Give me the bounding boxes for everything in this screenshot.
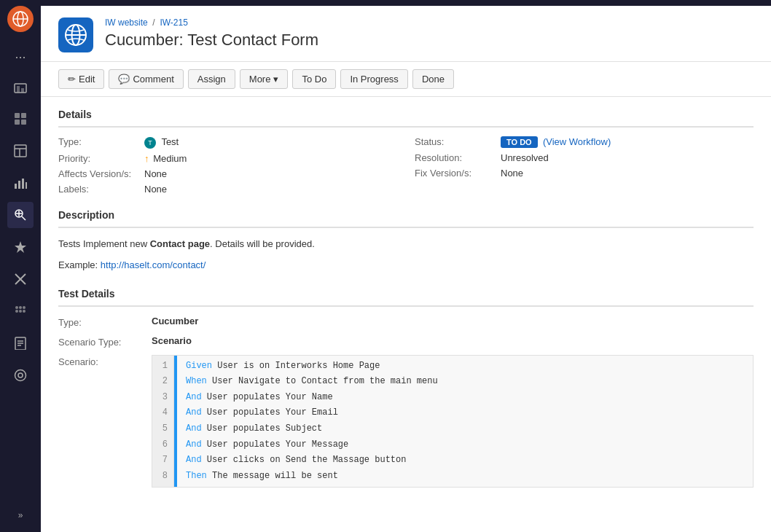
details-section-title: Details bbox=[58, 109, 754, 128]
more-chevron-icon: ▾ bbox=[273, 74, 278, 85]
description-bold: Contact page bbox=[150, 238, 210, 249]
test-scenario-type-row: Scenario Type: Scenario bbox=[58, 335, 754, 348]
detail-affects-row: Affects Version/s: None bbox=[58, 168, 397, 179]
code-rest-span: User populates Your Message bbox=[202, 439, 349, 450]
view-workflow-link[interactable]: (View Workflow) bbox=[543, 136, 611, 147]
breadcrumb-sep: / bbox=[152, 17, 154, 28]
code-rest-span: User populates Your Email bbox=[202, 407, 338, 418]
detail-status-row: Status: TO DO (View Workflow) bbox=[415, 136, 754, 148]
priority-label: Priority: bbox=[58, 153, 138, 164]
sidebar-item-reports[interactable] bbox=[7, 170, 34, 196]
resolution-label: Resolution: bbox=[415, 152, 495, 163]
keyword-span: And bbox=[186, 455, 202, 465]
app-logo[interactable] bbox=[7, 6, 34, 32]
description-section-title: Description bbox=[58, 209, 754, 228]
resolution-value: Unresolved bbox=[501, 152, 549, 163]
line-number: 2 bbox=[158, 374, 168, 390]
sidebar-item-docs[interactable] bbox=[7, 330, 34, 356]
keyword-span: Given bbox=[186, 361, 212, 371]
line-number: 7 bbox=[158, 453, 168, 469]
detail-resolution-row: Resolution: Unresolved bbox=[415, 152, 754, 163]
sidebar-item-settings[interactable] bbox=[7, 362, 34, 388]
code-line: And User clicks on Send the Massage butt… bbox=[186, 453, 744, 469]
sidebar-item-layout[interactable] bbox=[7, 138, 34, 164]
svg-rect-14 bbox=[18, 181, 20, 189]
line-number: 8 bbox=[158, 469, 168, 485]
sidebar-item-board[interactable] bbox=[7, 106, 34, 132]
svg-rect-3 bbox=[15, 84, 26, 93]
sidebar: ··· » bbox=[0, 0, 41, 532]
breadcrumb-issue-link[interactable]: IW-215 bbox=[160, 17, 187, 28]
description-section: Description Tests Implement new Contact … bbox=[58, 209, 754, 273]
done-button[interactable]: Done bbox=[412, 69, 454, 89]
test-scenario-type-label: Scenario Type: bbox=[58, 335, 146, 348]
svg-point-27 bbox=[15, 310, 18, 313]
main-content: IW website / IW-215 Cucumber: Test Conta… bbox=[41, 0, 771, 532]
svg-rect-13 bbox=[15, 184, 17, 189]
sidebar-dots: ··· bbox=[15, 50, 26, 65]
code-line: And User populates Your Message bbox=[186, 437, 744, 453]
code-line: Given User is on Interworks Home Page bbox=[186, 359, 744, 375]
page-title: Cucumber: Test Contact Form bbox=[105, 31, 754, 50]
svg-rect-8 bbox=[15, 120, 20, 125]
code-rest-span: The message will be sent bbox=[207, 471, 338, 481]
comment-icon: 💬 bbox=[118, 74, 130, 85]
code-rest-span: User Navigate to Contact from the main m… bbox=[207, 376, 438, 386]
keyword-span: And bbox=[186, 439, 202, 450]
assign-button[interactable]: Assign bbox=[188, 69, 235, 89]
sidebar-item-star[interactable] bbox=[7, 234, 34, 260]
fix-label: Fix Version/s: bbox=[415, 168, 495, 179]
edit-icon: ✏ bbox=[68, 74, 76, 85]
code-line: And User populates Your Name bbox=[186, 390, 744, 406]
code-rest-span: User populates Your Name bbox=[202, 392, 333, 402]
svg-point-28 bbox=[19, 310, 22, 313]
test-scenario-label: Scenario: bbox=[58, 355, 146, 367]
comment-button[interactable]: 💬 Comment bbox=[109, 69, 183, 89]
svg-rect-9 bbox=[21, 120, 26, 125]
priority-icon: ↑ bbox=[144, 153, 149, 164]
scenario-code: 12345678 Given User is on Interworks Hom… bbox=[152, 355, 754, 488]
test-type-value: Cucumber bbox=[152, 316, 198, 326]
example-link[interactable]: http://haselt.com/contact/ bbox=[101, 259, 206, 270]
more-button[interactable]: More ▾ bbox=[240, 69, 289, 89]
svg-rect-7 bbox=[21, 113, 26, 118]
svg-point-24 bbox=[15, 306, 18, 309]
sidebar-item-home[interactable] bbox=[7, 74, 34, 100]
svg-point-29 bbox=[23, 310, 26, 313]
affects-value: None bbox=[144, 168, 167, 179]
inprogress-button[interactable]: In Progress bbox=[340, 69, 407, 89]
svg-rect-5 bbox=[21, 88, 24, 93]
top-bar bbox=[41, 0, 771, 6]
content-area: Details Type: T Test Priority: ↑ bbox=[41, 97, 771, 532]
sidebar-item-search[interactable] bbox=[7, 202, 34, 228]
line-number: 1 bbox=[158, 359, 168, 375]
description-example: Example: http://haselt.com/contact/ bbox=[58, 258, 754, 273]
svg-rect-6 bbox=[15, 113, 20, 118]
labels-label: Labels: bbox=[58, 184, 138, 195]
keyword-span: And bbox=[186, 392, 202, 402]
keyword-span: When bbox=[186, 376, 207, 386]
sidebar-expand-button[interactable]: » bbox=[12, 504, 29, 526]
test-details-title: Test Details bbox=[58, 288, 754, 307]
test-scenario-row: Scenario: 12345678 Given User is on Inte… bbox=[58, 355, 754, 488]
priority-value: ↑ Medium bbox=[144, 153, 187, 164]
header-content: IW website / IW-215 Cucumber: Test Conta… bbox=[105, 17, 754, 50]
sidebar-item-apps[interactable] bbox=[7, 298, 34, 324]
breadcrumb-site-link[interactable]: IW website bbox=[105, 17, 148, 28]
status-value: TO DO (View Workflow) bbox=[501, 136, 611, 148]
svg-rect-4 bbox=[17, 86, 20, 93]
todo-button[interactable]: To Do bbox=[292, 69, 336, 89]
edit-button[interactable]: ✏ Edit bbox=[58, 69, 104, 89]
detail-fix-row: Fix Version/s: None bbox=[415, 168, 754, 179]
keyword-span: And bbox=[186, 407, 202, 418]
code-line: And User populates Subject bbox=[186, 421, 744, 437]
type-value: T Test bbox=[144, 136, 179, 149]
svg-point-34 bbox=[18, 373, 23, 378]
line-number: 5 bbox=[158, 421, 168, 437]
status-badge: TO DO bbox=[501, 136, 538, 148]
svg-rect-15 bbox=[22, 179, 24, 189]
test-scenario-type-value: Scenario bbox=[152, 335, 192, 346]
line-number: 6 bbox=[158, 437, 168, 453]
sidebar-item-cross[interactable] bbox=[7, 266, 34, 292]
line-numbers: 12345678 bbox=[152, 356, 174, 488]
